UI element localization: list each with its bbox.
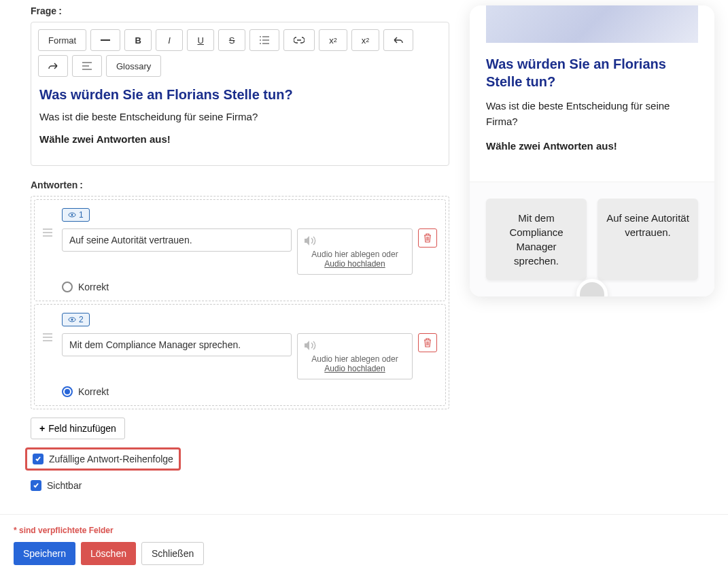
footer: * sind verpflichtete Felder Speichern Lö… xyxy=(0,514,728,576)
preview-answer-card[interactable]: Mit dem Compliance Manager sprechen. xyxy=(486,199,587,280)
random-order-checkbox[interactable] xyxy=(33,454,44,464)
editor-content-area[interactable]: Was würden Sie an Florians Stelle tun? W… xyxy=(38,84,442,158)
plus-icon: + xyxy=(39,423,45,434)
audio-dropzone[interactable]: Audio hier ablegen oder Audio hochladen xyxy=(297,228,413,275)
redo-button[interactable] xyxy=(38,55,68,77)
strike-button[interactable]: S xyxy=(218,29,245,51)
svg-point-11 xyxy=(71,214,73,216)
redo-icon xyxy=(48,62,58,70)
undo-button[interactable] xyxy=(383,29,413,51)
answer-tag: 2 xyxy=(62,313,90,326)
answer-item: 2 Audio hier ablegen oder Audio hochlade… xyxy=(34,304,446,406)
editor-title-text: Was würden Sie an Florians Stelle tun? xyxy=(39,87,440,103)
drag-handle[interactable] xyxy=(43,228,56,237)
editor-subtitle-text: Was ist die beste Entscheidung für seine… xyxy=(39,111,440,122)
delete-answer-button[interactable] xyxy=(418,333,437,352)
preview-answer-card[interactable]: Auf seine Autorität vertrauen. xyxy=(597,199,698,280)
add-field-button[interactable]: + Feld hinzufügen xyxy=(31,418,125,439)
audio-dropzone[interactable]: Audio hier ablegen oder Audio hochladen xyxy=(297,333,413,379)
svg-point-16 xyxy=(71,319,73,321)
visible-row: Sichtbar xyxy=(31,477,449,494)
italic-button[interactable]: I xyxy=(156,29,183,51)
delete-answer-button[interactable] xyxy=(418,228,437,248)
preview-instruction: Wähle zwei Antworten aus! xyxy=(486,140,698,152)
question-label: Frage: xyxy=(31,5,449,16)
random-order-row: Zufällige Antwort-Reihenfolge xyxy=(25,447,181,471)
preview-title: Was würden Sie an Florians Stelle tun? xyxy=(486,55,698,90)
visible-checkbox[interactable] xyxy=(31,480,41,491)
audio-icon xyxy=(303,235,406,247)
trash-icon xyxy=(423,233,432,243)
close-button[interactable]: Schließen xyxy=(141,542,204,565)
align-button[interactable] xyxy=(72,55,102,77)
question-editor: Format B I U S x2 x2 Glossary Was würden… xyxy=(31,22,449,166)
audio-icon xyxy=(303,339,406,352)
preview-answers: Mit dem Compliance Manager sprechen. Auf… xyxy=(470,182,714,296)
eye-icon xyxy=(68,316,76,323)
align-icon xyxy=(82,62,92,70)
underline-button[interactable]: U xyxy=(187,29,214,51)
answer-tag: 1 xyxy=(62,208,90,222)
visible-label: Sichtbar xyxy=(47,480,82,491)
answer-text-input[interactable] xyxy=(62,333,292,356)
preview-avatar-bubble xyxy=(576,279,608,296)
link-button[interactable] xyxy=(283,29,315,51)
answer-text-input[interactable] xyxy=(62,228,292,252)
audio-upload-link[interactable]: Audio hochladen xyxy=(324,364,385,373)
glossary-button[interactable]: Glossary xyxy=(106,55,161,77)
required-note: * sind verpflichtete Felder xyxy=(14,526,714,535)
correct-label: Korrekt xyxy=(78,386,109,397)
drag-handle[interactable] xyxy=(43,333,56,341)
trash-icon xyxy=(423,338,432,347)
link-icon xyxy=(294,37,305,44)
format-button[interactable]: Format xyxy=(38,29,86,51)
subscript-button[interactable]: x2 xyxy=(351,29,380,51)
preview-header-image xyxy=(486,5,698,43)
preview-subtitle: Was ist die beste Entscheidung für seine… xyxy=(486,99,698,129)
editor-instruction-text: Wähle zwei Antworten aus! xyxy=(39,133,440,145)
list-button[interactable] xyxy=(249,29,279,51)
correct-label: Korrekt xyxy=(78,282,109,292)
answer-item: 1 Audio hier ablegen oder Audio hochlade… xyxy=(34,199,446,301)
save-button[interactable]: Speichern xyxy=(14,542,75,565)
audio-upload-link[interactable]: Audio hochladen xyxy=(324,259,385,269)
superscript-button[interactable]: x2 xyxy=(319,29,347,51)
correct-radio[interactable] xyxy=(62,282,73,292)
editor-toolbar: Format B I U S x2 x2 Glossary xyxy=(38,29,442,77)
list-icon xyxy=(260,36,269,44)
hr-button[interactable] xyxy=(90,29,120,51)
preview-card: Was würden Sie an Florians Stelle tun? W… xyxy=(470,5,714,317)
answers-container: 1 Audio hier ablegen oder Audio hochlade… xyxy=(31,196,449,409)
eye-icon xyxy=(68,211,76,218)
undo-icon xyxy=(394,36,403,44)
random-order-label: Zufällige Antwort-Reihenfolge xyxy=(49,454,173,464)
bold-button[interactable]: B xyxy=(124,29,152,51)
answers-label: Antworten: xyxy=(31,180,449,190)
delete-button[interactable]: Löschen xyxy=(81,542,136,565)
correct-radio[interactable] xyxy=(62,386,73,397)
